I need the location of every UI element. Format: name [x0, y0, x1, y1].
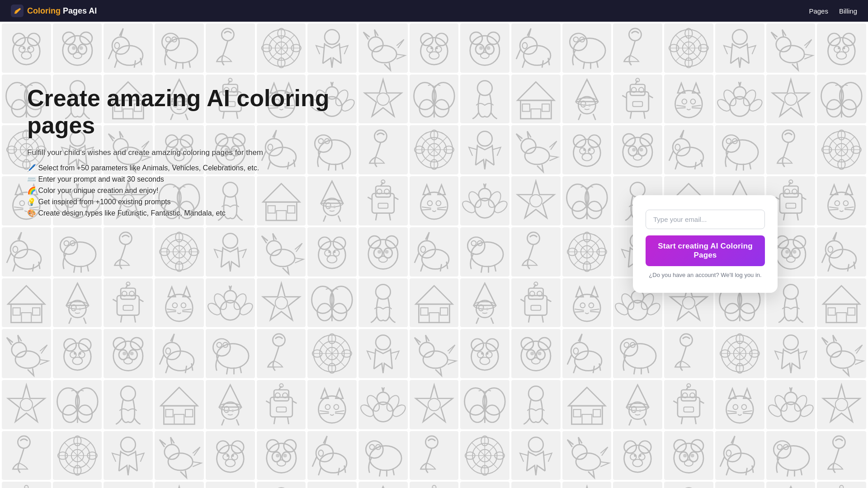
cta-subtext: ¿Do you have an account? We'll log you i…: [646, 272, 765, 278]
hero-feature-item: ⌨️ Enter your prompt and wait 30 seconds: [27, 175, 353, 183]
nav-links: Pages Billing: [809, 7, 857, 15]
email-input[interactable]: [646, 210, 765, 229]
nav-pages[interactable]: Pages: [809, 7, 828, 15]
hero-features-list: 🖊️ Select from +50 parameters like Anima…: [27, 164, 353, 217]
start-creating-button[interactable]: Start creating AI Coloring Pages: [646, 235, 765, 266]
hero-feature-item: 🖊️ Select from +50 parameters like Anima…: [27, 164, 353, 172]
pencil-icon: [11, 5, 24, 17]
navbar: Coloring Pages AI Pages Billing: [0, 0, 868, 22]
hero-section: Create amazing AI coloring pages Fulfill…: [27, 76, 353, 229]
hero-feature-item: 🎨 Create design types like Futuristic, F…: [27, 209, 353, 217]
hero-title: Create amazing AI coloring pages: [27, 85, 353, 139]
cta-card: Start creating AI Coloring Pages ¿Do you…: [633, 195, 778, 293]
brand-pages-text: Pages AI: [61, 6, 97, 15]
hero-description: Fulfill your child's wishes and create a…: [27, 148, 353, 157]
brand-logo[interactable]: Coloring Pages AI: [11, 5, 97, 17]
hero-feature-item: 🌈 Color your unique creation and enjoy!: [27, 186, 353, 195]
hero-feature-item: 💡 Get inspired from +1000 existing promp…: [27, 197, 353, 206]
nav-billing[interactable]: Billing: [839, 7, 857, 15]
brand-coloring-text: Coloring: [27, 6, 61, 15]
